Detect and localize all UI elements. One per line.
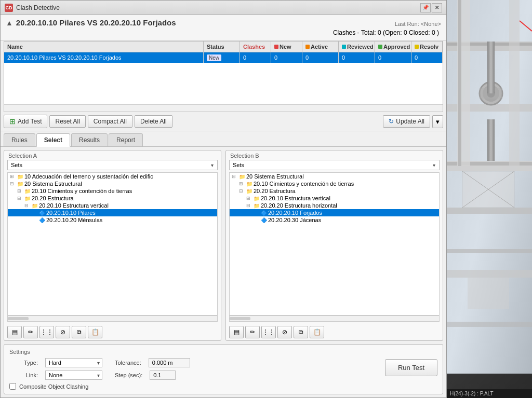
expand-icon-a-2: ⊞ [17, 188, 23, 194]
sel-b-split-btn[interactable]: ⋮⋮ [261, 326, 276, 338]
selection-b-box: Selection B Sets ▾ ⊟ 📁 20 Sistema Estruc… [225, 150, 443, 341]
folder-icon-b-2: 📁 [246, 188, 252, 194]
3d-viewport[interactable]: H(24)-3(-2) : P.ALT [447, 0, 532, 398]
status-badge: New [207, 54, 221, 61]
sel-a-paste-btn[interactable]: 📋 [88, 326, 102, 338]
options-button[interactable]: ▾ [432, 115, 443, 128]
selection-a-box: Selection A Sets ▾ ⊞ 📁 10 Adecuación del… [4, 150, 221, 341]
tree-label-b-4: 20.20.20 Estructura horizontal [261, 202, 337, 209]
expand-icon-a-4: ⊟ [24, 203, 31, 208]
step-input[interactable] [150, 370, 176, 380]
refresh-icon: ↻ [389, 118, 394, 125]
tree-item-a-0[interactable]: ⊞ 📁 10 Adecuación del terreno y sustenta… [8, 173, 217, 180]
expand-icon-b-0: ⊟ [232, 174, 238, 179]
settings-link-row: Link: None Step (sec): [9, 370, 190, 380]
tree-item-a-5[interactable]: 🔷 20.20.10.10 Pilares [8, 209, 217, 216]
sel-a-select-btn[interactable]: ▤ [7, 326, 22, 338]
cell-name: 20.20.10.10 Pilares VS 20.20.20.10 Forja… [4, 52, 204, 63]
selection-a-dropdown[interactable]: Sets [7, 160, 218, 170]
tab-rules[interactable]: Rules [4, 133, 35, 146]
tabs-bar: Rules Select Results Report [1, 131, 446, 147]
tree-item-b-3[interactable]: ⊞ 📁 20.20.10 Estructura vertical [230, 195, 439, 202]
folder-icon-a-4: 📁 [32, 203, 38, 209]
tolerance-input[interactable] [149, 358, 190, 367]
cell-approved: 0 [375, 52, 411, 63]
reset-all-button[interactable]: Reset All [49, 115, 85, 128]
composite-checkbox[interactable] [9, 383, 16, 390]
expand-icon-b-1: ⊞ [239, 181, 245, 186]
type-select[interactable]: Hard Soft Clearance Duplicates [45, 358, 102, 367]
tab-results[interactable]: Results [71, 133, 108, 146]
sel-a-split-btn[interactable]: ⋮⋮ [39, 326, 54, 338]
link-label: Link: [9, 372, 38, 378]
run-test-area: Run Test [385, 349, 437, 376]
clashes-table: Name Status Clashes New Active Reviewed … [4, 41, 443, 112]
folder-icon-a-2: 📁 [24, 188, 31, 194]
svg-rect-21 [447, 270, 532, 278]
selection-b-dropdown[interactable]: Sets [229, 160, 440, 170]
run-test-button[interactable]: Run Test [385, 359, 437, 376]
tree-item-a-3[interactable]: ⊟ 📁 20.20 Estructura [8, 195, 217, 202]
cell-active: 0 [302, 52, 339, 63]
svg-rect-13 [487, 42, 495, 93]
test-name: 20.20.10.10 Pilares VS 20.20.20.10 Forja… [16, 18, 176, 27]
sel-b-paste-btn[interactable]: 📋 [310, 326, 324, 338]
svg-rect-23 [447, 322, 532, 327]
update-all-button[interactable]: ↻ Update All [383, 115, 430, 128]
delete-all-button[interactable]: Delete All [135, 115, 172, 128]
compact-all-button[interactable]: Compact All [88, 115, 132, 128]
tab-report[interactable]: Report [109, 133, 143, 146]
tree-item-a-6[interactable]: 🔷 20.20.10.20 Ménsulas [8, 216, 217, 224]
sel-b-exclude-btn[interactable]: ⊘ [277, 326, 292, 338]
table-scrollbar[interactable] [4, 104, 443, 112]
selection-a-toolbar: ▤ ✏ ⋮⋮ ⊘ ⧉ 📋 [4, 324, 221, 338]
tree-item-b-0[interactable]: ⊟ 📁 20 Sistema Estructural [230, 173, 439, 180]
tree-item-a-1[interactable]: ⊟ 📁 20 Sistema Estructural [8, 180, 217, 187]
scene-svg [447, 0, 532, 374]
tree-label-b-2: 20.20 Estructura [254, 188, 296, 194]
pin-button[interactable]: 📌 [420, 3, 431, 12]
sel-b-copy-btn[interactable]: ⧉ [294, 326, 308, 338]
tree-a-scrollbar[interactable] [7, 315, 218, 322]
tree-item-b-6[interactable]: 🔷 20.20.20.30 Jácenas [230, 216, 439, 224]
tree-item-b-1[interactable]: ⊞ 📁 20.10 Cimientos y contención de tier… [230, 180, 439, 187]
item-icon-b-5: 🔷 [261, 210, 267, 216]
settings-left: Settings Type: Hard Soft Clearance Dupli… [9, 349, 190, 390]
tree-item-b-5[interactable]: 🔷 20.20.20.10 Forjados [230, 209, 439, 216]
col-new: New [271, 42, 302, 52]
tree-item-b-2[interactable]: ⊟ 📁 20.20 Estructura [230, 187, 439, 195]
col-name: Name [4, 42, 204, 52]
tree-item-a-2[interactable]: ⊞ 📁 20.10 Cimientos y contención de tier… [8, 187, 217, 195]
table-row[interactable]: 20.20.10.10 Pilares VS 20.20.20.10 Forja… [4, 52, 443, 63]
sel-a-exclude-btn[interactable]: ⊘ [56, 326, 70, 338]
sel-a-copy-btn[interactable]: ⧉ [72, 326, 86, 338]
col-status: Status [204, 42, 240, 52]
collapse-arrow-icon[interactable]: ▲ [6, 19, 13, 27]
tree-label-a-4: 20.20.10 Estructura vertical [39, 202, 109, 209]
col-reviewed: Reviewed [339, 42, 375, 52]
tree-label-a-5: 20.20.10.10 Pilares [46, 210, 96, 216]
sel-b-edit-btn[interactable]: ✏ [245, 326, 260, 338]
sel-a-edit-btn[interactable]: ✏ [23, 326, 38, 338]
composite-row: Composite Object Clashing [9, 383, 190, 390]
selection-b-title: Selection B [226, 150, 443, 160]
tree-label-b-0: 20 Sistema Estructural [246, 173, 304, 180]
tree-b-scrollbar[interactable] [229, 315, 440, 322]
clashes-total: Total: 0 (Open: 0 Closed: 0 ) [361, 29, 439, 36]
cell-reviewed: 0 [339, 52, 375, 63]
settings-box: Settings Type: Hard Soft Clearance Dupli… [4, 344, 443, 394]
expand-icon-a-1: ⊟ [10, 181, 16, 186]
tree-item-a-4[interactable]: ⊟ 📁 20.20.10 Estructura vertical [8, 202, 217, 209]
link-select[interactable]: None [45, 370, 102, 380]
folder-icon-a-0: 📁 [17, 174, 23, 180]
tree-label-a-3: 20.20 Estructura [32, 195, 74, 201]
clashes-summary: Clashes - Total: 0 (Open: 0 Closed: 0 ) [6, 29, 441, 36]
tree-item-b-4[interactable]: ⊟ 📁 20.20.20 Estructura horizontal [230, 202, 439, 209]
sel-b-select-btn[interactable]: ▤ [229, 326, 244, 338]
test-title-row: ▲ 20.20.10.10 Pilares VS 20.20.20.10 For… [6, 18, 176, 27]
tab-select[interactable]: Select [36, 133, 70, 147]
settings-title: Settings [9, 349, 190, 355]
add-test-button[interactable]: ⊞ Add Test [4, 115, 47, 128]
viewport-status-bar: H(24)-3(-2) : P.ALT [447, 389, 532, 398]
close-button[interactable]: ✕ [432, 3, 442, 12]
